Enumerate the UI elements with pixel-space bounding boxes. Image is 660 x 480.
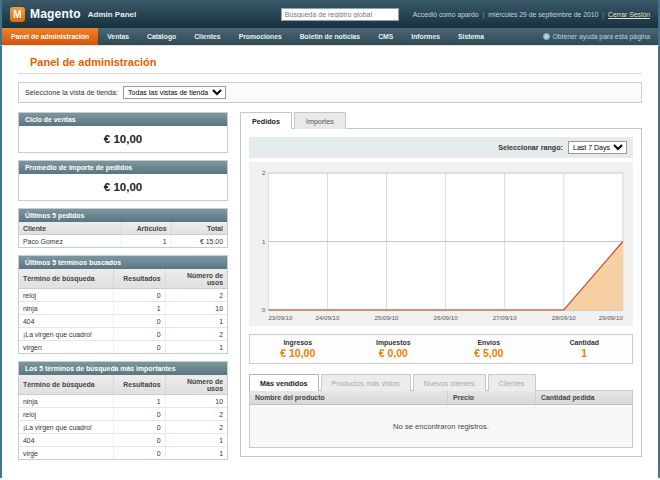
table-row[interactable]: ninja 1 10	[19, 395, 227, 408]
svg-text:25/09/10: 25/09/10	[375, 314, 400, 321]
table-row[interactable]: reloj 0 2	[19, 289, 227, 302]
top-search-terms-box: Los 5 términos de búsqueda más important…	[18, 361, 228, 460]
tab-pedidos[interactable]: Pedidos	[240, 112, 292, 129]
logo-text: Magento	[30, 7, 81, 21]
bestsellers-grid: Nombre del producto Precio Cantidad pedi…	[249, 390, 633, 448]
range-select[interactable]: Last 7 Days	[568, 141, 627, 154]
total-envios: Envíos € 5,00	[441, 339, 537, 359]
global-search-input[interactable]	[281, 8, 399, 21]
svg-text:29/09/10: 29/09/10	[599, 314, 624, 321]
content-area: Panel de administración Seleccione la vi…	[0, 45, 660, 478]
avg-order-box: Promedio de importe de pedidos € 10,00	[18, 160, 228, 201]
nav-item-promociones[interactable]: Promociones	[230, 28, 291, 45]
magento-logo: M Magento Admin Panel	[10, 7, 136, 22]
total-impuestos: Impuestos € 0,00	[346, 339, 442, 359]
tab-clientes[interactable]: Clientes	[488, 374, 536, 391]
table-row[interactable]: 404 0 1	[19, 434, 227, 447]
sales-cycle-box: Ciclo de ventas € 10,00	[18, 112, 228, 153]
totals-bar: Ingresos € 10,00 Impuestos € 0,00 Envíos…	[249, 334, 633, 364]
account-info: Accedió como apardo | miércoles 29 de se…	[413, 11, 650, 18]
total-cantidad: Cantidad 1	[537, 339, 633, 359]
logo-subtext: Admin Panel	[88, 10, 136, 19]
svg-text:23/09/10: 23/09/10	[268, 314, 293, 321]
range-bar: Seleccionar rango: Last 7 Days	[249, 137, 633, 158]
magento-logo-icon: M	[10, 7, 25, 22]
bottom-tabs: Más vendidos Productos más vistos Nuevos…	[249, 374, 633, 391]
last-search-terms-box: Últimos 5 términos buscados Término de b…	[18, 255, 228, 354]
table-row[interactable]: ¡La virgen que cuadro! 0 2	[19, 328, 227, 341]
sales-cycle-title: Ciclo de ventas	[19, 113, 227, 126]
store-view-bar: Seleccione la vista de tienda: Todas las…	[18, 82, 642, 103]
help-link[interactable]: Obtener ayuda para esta página	[535, 28, 659, 45]
top-search-terms-title: Los 5 términos de búsqueda más important…	[19, 362, 227, 375]
main-nav: Panel de administración Ventas Catálogo …	[0, 28, 660, 45]
nav-item-ventas[interactable]: Ventas	[98, 28, 138, 45]
table-row[interactable]: virgen 0 1	[19, 341, 227, 354]
dashboard-panel: Pedidos Importes Seleccionar rango: Last…	[240, 112, 642, 457]
logout-link[interactable]: Cerrar Sesión	[608, 11, 650, 18]
avg-order-value: € 10,00	[19, 174, 227, 200]
page-title: Panel de administración	[30, 56, 642, 68]
svg-text:2: 2	[262, 170, 266, 177]
avg-order-title: Promedio de importe de pedidos	[19, 161, 227, 174]
nav-item-sistema[interactable]: Sistema	[449, 28, 493, 45]
chart-tabs: Pedidos Importes	[240, 112, 642, 129]
help-globe-icon	[543, 33, 550, 40]
nav-item-catalogo[interactable]: Catálogo	[138, 28, 185, 45]
store-view-select[interactable]: Todas las vistas de tienda	[123, 86, 226, 99]
last-orders-title: Últimos 5 pedidos	[19, 209, 227, 222]
table-row[interactable]: ninja 1 10	[19, 302, 227, 315]
store-view-label: Seleccione la vista de tienda:	[25, 88, 118, 97]
last-search-terms-title: Últimos 5 términos buscados	[19, 256, 227, 269]
nav-item-dashboard[interactable]: Panel de administración	[2, 28, 98, 45]
current-date: miércoles 29 de septiembre de 2010	[488, 11, 598, 18]
table-row[interactable]: ¡La virgen que cuadro! 0 2	[19, 421, 227, 434]
table-row[interactable]: 404 0 1	[19, 315, 227, 328]
svg-text:26/09/10: 26/09/10	[434, 314, 459, 321]
last-orders-box: Últimos 5 pedidos Cliente Artículos Tota…	[18, 208, 228, 248]
table-row[interactable]: virge 0 1	[19, 447, 227, 460]
grid-empty-message: No se encontraron registros.	[250, 405, 632, 447]
logged-in-as: Accedió como apardo	[413, 11, 479, 18]
svg-text:0: 0	[262, 307, 266, 314]
header: M Magento Admin Panel Accedió como apard…	[0, 0, 660, 28]
left-column: Ciclo de ventas € 10,00 Promedio de impo…	[18, 112, 228, 467]
svg-text:27/09/10: 27/09/10	[493, 314, 518, 321]
nav-item-clientes[interactable]: Clientes	[185, 28, 229, 45]
nav-item-informes[interactable]: Informes	[402, 28, 449, 45]
tab-productos-mas-vistos[interactable]: Productos más vistos	[321, 374, 411, 391]
range-label: Seleccionar rango:	[498, 143, 563, 152]
total-ingresos: Ingresos € 10,00	[250, 339, 346, 359]
grid-header: Nombre del producto Precio Cantidad pedi…	[250, 391, 632, 405]
nav-item-cms[interactable]: CMS	[369, 28, 402, 45]
tab-nuevos-clientes[interactable]: Nuevos clientes	[413, 374, 486, 391]
orders-chart: 01223/09/1024/09/1025/09/1026/09/1027/09…	[249, 162, 633, 326]
table-row[interactable]: Paco Gomez 1 € 15.00	[19, 235, 227, 248]
svg-text:24/09/10: 24/09/10	[315, 314, 340, 321]
sales-cycle-value: € 10,00	[19, 126, 227, 152]
tab-mas-vendidos[interactable]: Más vendidos	[249, 374, 319, 391]
table-row[interactable]: reloj 0 2	[19, 408, 227, 421]
tab-importes[interactable]: Importes	[294, 112, 346, 129]
svg-text:28/09/10: 28/09/10	[552, 314, 577, 321]
orders-area-chart: 01223/09/1024/09/1025/09/1026/09/1027/09…	[253, 167, 629, 324]
svg-text:1: 1	[262, 238, 266, 245]
chart-panel: Seleccionar rango: Last 7 Days 01223/09/…	[240, 128, 642, 457]
nav-item-boletin[interactable]: Boletín de noticias	[291, 28, 369, 45]
